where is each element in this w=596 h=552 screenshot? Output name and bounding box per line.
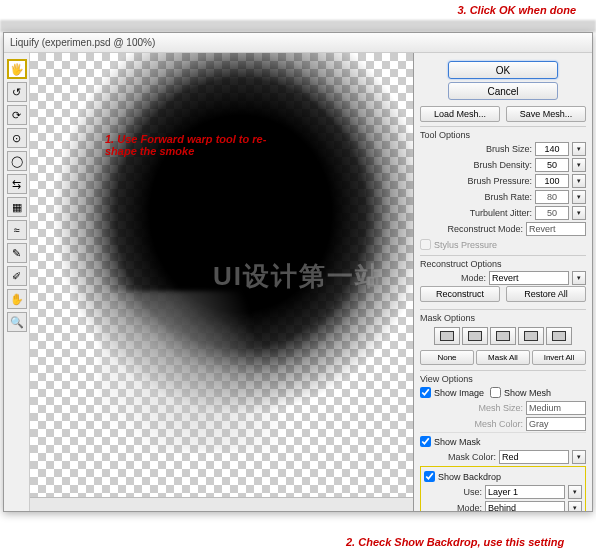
backdrop-highlight: Show Backdrop Use:▾ Mode:▾ Opacity:▾ (420, 466, 586, 511)
use-label: Use: (463, 487, 482, 497)
brush-pressure-input[interactable] (535, 174, 569, 188)
mask-add-icon[interactable] (462, 327, 488, 345)
invert-all-button[interactable]: Invert All (532, 350, 586, 365)
app-menubar-blurred (0, 20, 596, 32)
reconstruct-tool[interactable]: ↺ (7, 82, 27, 102)
show-mask-checkbox[interactable] (420, 436, 431, 447)
backdrop-mode-label: Mode: (457, 503, 482, 511)
recon-mode-select[interactable] (489, 271, 569, 285)
cancel-button[interactable]: Cancel (448, 82, 558, 100)
use-select[interactable] (485, 485, 565, 499)
show-backdrop-label: Show Backdrop (438, 472, 501, 482)
reconstruct-section: Reconstruct Options Mode:▾ Reconstruct R… (420, 255, 586, 309)
brush-rate-stepper: ▾ (572, 190, 586, 204)
save-mesh-button[interactable]: Save Mesh... (506, 106, 586, 122)
recon-mode-arrow[interactable]: ▾ (572, 271, 586, 285)
mask-replace-icon[interactable] (434, 327, 460, 345)
zoom-tool[interactable]: 🔍 (7, 312, 27, 332)
mesh-color-select (526, 417, 586, 431)
brush-size-stepper[interactable]: ▾ (572, 142, 586, 156)
brush-pressure-label: Brush Pressure: (467, 176, 532, 186)
hand-tool[interactable]: ✋ (7, 289, 27, 309)
reconstruct-button[interactable]: Reconstruct (420, 286, 500, 302)
view-label: View Options (420, 374, 586, 385)
mask-color-arrow[interactable]: ▾ (572, 450, 586, 464)
freeze-mask-tool[interactable]: ✎ (7, 243, 27, 263)
stylus-pressure-label: Stylus Pressure (434, 240, 497, 250)
mask-section: Mask Options None Mask All Invert All (420, 309, 586, 370)
options-panel: OK Cancel Load Mesh... Save Mesh... Tool… (414, 53, 592, 511)
watermark: UI设计第一站 (213, 259, 383, 294)
mask-invert-icon[interactable] (546, 327, 572, 345)
ok-button[interactable]: OK (448, 61, 558, 79)
show-backdrop-checkbox[interactable] (424, 471, 435, 482)
brush-size-input[interactable] (535, 142, 569, 156)
twirl-tool[interactable]: ⟳ (7, 105, 27, 125)
mask-all-button[interactable]: Mask All (476, 350, 530, 365)
ok-cancel-row: OK Cancel (420, 57, 586, 106)
restore-all-button[interactable]: Restore All (506, 286, 586, 302)
brush-rate-label: Brush Rate: (484, 192, 532, 202)
mesh-size-label: Mesh Size: (478, 403, 523, 413)
tool-options-label: Tool Options (420, 130, 586, 141)
mask-color-label: Mask Color: (448, 452, 496, 462)
brush-density-stepper[interactable]: ▾ (572, 158, 586, 172)
horizontal-scrollbar[interactable] (30, 497, 413, 511)
bloat-tool[interactable]: ◯ (7, 151, 27, 171)
brush-size-label: Brush Size: (486, 144, 532, 154)
turbulence-tool[interactable]: ≈ (7, 220, 27, 240)
stylus-pressure-checkbox (420, 239, 431, 250)
reconstruct-mode-select (526, 222, 586, 236)
mesh-buttons-row: Load Mesh... Save Mesh... (420, 106, 586, 126)
dialog-title: Liquify (experimen.psd @ 100%) (10, 37, 155, 48)
tool-options-section: Tool Options Brush Size:▾ Brush Density:… (420, 126, 586, 255)
use-arrow[interactable]: ▾ (568, 485, 582, 499)
brush-density-input[interactable] (535, 158, 569, 172)
mask-none-button[interactable]: None (420, 350, 474, 365)
turb-jitter-input (535, 206, 569, 220)
thaw-mask-tool[interactable]: ✐ (7, 266, 27, 286)
mesh-size-select (526, 401, 586, 415)
mask-color-select[interactable] (499, 450, 569, 464)
backdrop-mode-select[interactable] (485, 501, 565, 511)
show-mask-label: Show Mask (434, 437, 481, 447)
mirror-tool[interactable]: ▦ (7, 197, 27, 217)
brush-pressure-stepper[interactable]: ▾ (572, 174, 586, 188)
backdrop-mode-arrow[interactable]: ▾ (568, 501, 582, 511)
annotation-2: 2. Check Show Backdrop, use this setting (346, 536, 576, 548)
reconstruct-label: Reconstruct Options (420, 259, 586, 270)
turb-jitter-label: Turbulent Jitter: (470, 208, 532, 218)
turb-jitter-stepper: ▾ (572, 206, 586, 220)
recon-mode-label: Mode: (461, 273, 486, 283)
mask-subtract-icon[interactable] (490, 327, 516, 345)
push-left-tool[interactable]: ⇆ (7, 174, 27, 194)
mesh-color-label: Mesh Color: (474, 419, 523, 429)
annotation-3: 3. Click OK when done (457, 4, 576, 16)
forward-warp-tool[interactable]: 🖐 (7, 59, 27, 79)
brush-density-label: Brush Density: (473, 160, 532, 170)
view-section: View Options Show Image Show Mesh Mesh S… (420, 370, 586, 511)
mask-label: Mask Options (420, 313, 586, 324)
show-image-checkbox[interactable] (420, 387, 431, 398)
show-mesh-label: Show Mesh (504, 388, 551, 398)
show-mesh-checkbox[interactable] (490, 387, 501, 398)
mask-intersect-icon[interactable] (518, 327, 544, 345)
reconstruct-mode-label: Reconstruct Mode: (447, 224, 523, 234)
load-mesh-button[interactable]: Load Mesh... (420, 106, 500, 122)
dialog-titlebar: Liquify (experimen.psd @ 100%) (4, 33, 592, 53)
annotation-1: 1. Use Forward warp tool to re-shape the… (105, 133, 285, 157)
tool-column: 🖐 ↺ ⟳ ⊙ ◯ ⇆ ▦ ≈ ✎ ✐ ✋ 🔍 (4, 53, 30, 511)
brush-rate-input (535, 190, 569, 204)
show-image-label: Show Image (434, 388, 484, 398)
pucker-tool[interactable]: ⊙ (7, 128, 27, 148)
